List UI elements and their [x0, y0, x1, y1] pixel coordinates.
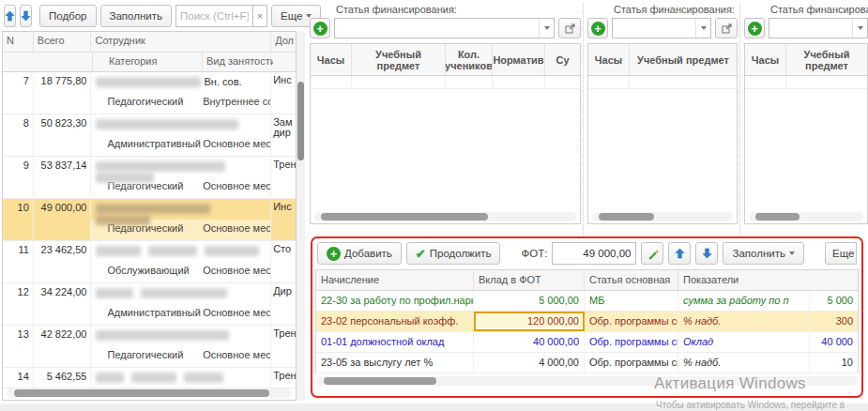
- chevron-down-icon[interactable]: [852, 19, 867, 38]
- employee-row[interactable]: 13 42 822,00 Педагогический Основное мес…: [3, 326, 296, 368]
- funding-article-select[interactable]: [612, 18, 711, 38]
- column-header-category[interactable]: Категория: [92, 53, 203, 71]
- empty-row[interactable]: [745, 76, 867, 89]
- search-box: ×: [175, 5, 267, 27]
- blurred-employee-name: [96, 246, 141, 256]
- blurred-employee-name: [96, 215, 150, 225]
- employee-row[interactable]: 8 50 823,30 Административный Основное ме…: [3, 114, 296, 157]
- blurred-employee-name: [96, 119, 238, 129]
- scrollbar-thumb[interactable]: [14, 389, 269, 397]
- blurred-employee-name: [96, 330, 229, 341]
- move-up-button[interactable]: [4, 5, 16, 27]
- accrual-name: 22-30 за работу по профил.наркоман: [316, 291, 474, 311]
- move-down-button[interactable]: [20, 5, 32, 27]
- horizontal-scrollbar[interactable]: [749, 212, 863, 221]
- column-header-accrual[interactable]: Начисление: [316, 270, 474, 290]
- horizontal-scrollbar[interactable]: [7, 388, 292, 398]
- column-header[interactable]: Су: [545, 44, 580, 75]
- move-up-button[interactable]: [668, 242, 691, 265]
- empty-row[interactable]: [311, 76, 580, 89]
- column-header[interactable]: Часы: [588, 44, 630, 75]
- column-header-n[interactable]: N: [3, 32, 34, 52]
- accrual-row[interactable]: 01-01 должностной оклад 40 000,00 Обр. п…: [316, 332, 858, 353]
- employee-row[interactable]: 9 53 837,14 Педагогический Основное мест…: [3, 157, 296, 199]
- horizontal-scrollbar[interactable]: [314, 212, 576, 221]
- select-button[interactable]: Подбор: [39, 5, 97, 27]
- search-input[interactable]: [175, 5, 253, 27]
- blurred-employee-name: [96, 173, 154, 183]
- scrollbar-thumb[interactable]: [599, 213, 654, 221]
- column-header-article[interactable]: Статья основная: [585, 270, 678, 290]
- scrollbar-thumb[interactable]: [321, 213, 488, 221]
- clear-search-icon[interactable]: ×: [253, 5, 267, 27]
- row-number: 11: [3, 241, 34, 282]
- accrual-table-header: Начисление Вклад в ФОТ Статья основная П…: [316, 270, 858, 291]
- accrual-row[interactable]: 23-05 за выслугу лет % 4 000,00 Обр. про…: [316, 353, 858, 373]
- open-button[interactable]: [558, 18, 581, 38]
- column-header-indicators[interactable]: Показатели: [678, 270, 858, 290]
- main-article: МБ: [585, 291, 678, 311]
- chevron-down-icon[interactable]: [695, 19, 710, 38]
- funding-table: ЧасыУчебный предмет: [744, 43, 868, 224]
- row-number: 10: [3, 199, 34, 240]
- vertical-scrollbar[interactable]: [297, 31, 305, 401]
- column-header-position[interactable]: Дол: [271, 32, 296, 52]
- empty-row[interactable]: [588, 76, 737, 89]
- fot-input[interactable]: [552, 242, 636, 265]
- indicator-value: 300: [810, 312, 858, 331]
- open-button[interactable]: [715, 18, 738, 38]
- column-header[interactable]: Учебный предмет: [786, 44, 867, 75]
- accrual-row[interactable]: 23-02 персональный коэфф. 120 000,00 Обр…: [316, 312, 858, 332]
- accrual-rows: 22-30 за работу по профил.наркоман 5 000…: [316, 291, 858, 373]
- funding-article-select[interactable]: [769, 18, 868, 38]
- continue-button[interactable]: ✔ Продолжить: [406, 242, 501, 265]
- column-header-employment-type[interactable]: Вид занятости: [203, 53, 273, 71]
- add-funding-button[interactable]: +: [587, 18, 608, 38]
- employment-type: Основное место ...: [201, 177, 270, 198]
- column-header[interactable]: Часы: [745, 44, 786, 75]
- fill-button[interactable]: Заполнить: [100, 5, 172, 27]
- column-header[interactable]: Учебный предмет: [630, 44, 737, 75]
- employee-row[interactable]: 7 18 775,80 Вн. сов. Педагогический Внут…: [3, 72, 296, 114]
- panel-splitter[interactable]: [583, 4, 584, 235]
- add-button[interactable]: + Добавить: [317, 242, 402, 265]
- scrollbar-thumb[interactable]: [324, 377, 436, 385]
- add-funding-button[interactable]: +: [744, 18, 765, 38]
- column-header-fot[interactable]: Вклад в ФОТ: [474, 270, 585, 290]
- employee-row[interactable]: 14 5 462,55 Трен: [3, 368, 296, 388]
- edit-button[interactable]: [641, 242, 663, 265]
- funding-panel: Статья финансирования: + ЧасыУчебный пре…: [744, 4, 868, 235]
- column-header[interactable]: Часы: [311, 44, 352, 75]
- scrollbar-thumb[interactable]: [297, 82, 304, 160]
- column-header[interactable]: Кол. учеников: [446, 44, 493, 75]
- panel-splitter[interactable]: [739, 4, 740, 235]
- employee-row[interactable]: 11 23 462,50 Обслуживающий Основное мест…: [3, 241, 296, 283]
- employee-row[interactable]: 12 34 224,00 Административный Основное м…: [3, 283, 296, 326]
- horizontal-scrollbar[interactable]: [592, 212, 733, 221]
- employee-total: 34 224,00: [34, 283, 92, 325]
- column-header[interactable]: Норматив: [493, 44, 545, 75]
- fill-button[interactable]: Заполнить: [723, 242, 803, 265]
- employment-type: Основное место ...: [201, 135, 270, 156]
- employee-table-header: N Всего Сотрудник Дол Категория Вид заня…: [3, 32, 296, 72]
- row-number: 14: [3, 368, 34, 388]
- chevron-down-icon[interactable]: [539, 19, 554, 38]
- open-window-icon: [722, 23, 732, 34]
- move-down-button[interactable]: [695, 242, 718, 265]
- down-arrow-icon: [702, 248, 712, 259]
- accrual-table: Начисление Вклад в ФОТ Статья основная П…: [315, 269, 859, 373]
- fot-contribution: 4 000,00: [474, 353, 585, 373]
- accrual-row[interactable]: 22-30 за работу по профил.наркоман 5 000…: [316, 291, 858, 312]
- up-arrow-icon: [5, 10, 15, 22]
- funding-article-select[interactable]: [334, 18, 555, 38]
- scrollbar-thumb[interactable]: [755, 213, 799, 221]
- blurred-employee-name: [96, 161, 225, 172]
- employee-table: N Всего Сотрудник Дол Категория Вид заня…: [2, 31, 297, 401]
- more-button[interactable]: Еще: [825, 242, 857, 265]
- column-header[interactable]: Учебный предмет: [352, 44, 446, 75]
- fot-label: ФОТ:: [522, 248, 548, 259]
- column-header-total[interactable]: Всего: [34, 32, 92, 52]
- employee-row[interactable]: 10 49 000,00 Педагогический Основное мес…: [3, 199, 296, 241]
- add-funding-button[interactable]: +: [310, 18, 330, 38]
- column-header-employee[interactable]: Сотрудник: [91, 32, 271, 52]
